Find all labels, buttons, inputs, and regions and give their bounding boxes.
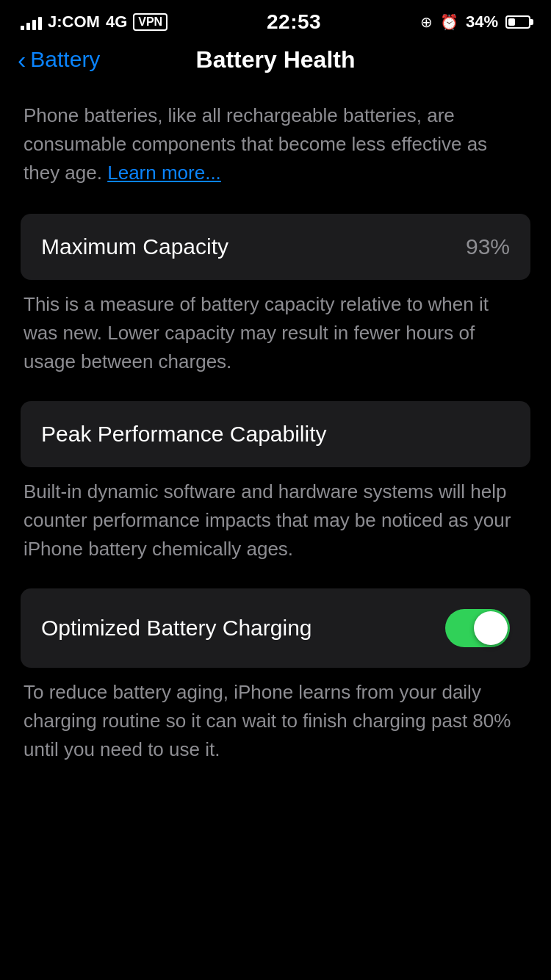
lock-icon: ⊕: [420, 13, 433, 31]
network-label: 4G: [106, 12, 127, 32]
peak-performance-row: Peak Performance Capability: [41, 422, 510, 447]
optimized-charging-description: To reduce battery aging, iPhone learns f…: [21, 678, 530, 764]
max-capacity-label: Maximum Capacity: [41, 234, 228, 259]
optimized-charging-toggle[interactable]: [445, 609, 510, 647]
signal-bar-2: [26, 23, 30, 30]
status-left: J:COM 4G VPN: [21, 12, 168, 32]
alarm-icon: ⏰: [440, 13, 458, 31]
signal-bar-3: [32, 20, 36, 30]
battery-body: [505, 15, 530, 29]
peak-performance-description: Built-in dynamic software and hardware s…: [21, 478, 530, 563]
learn-more-link[interactable]: Learn more...: [107, 162, 221, 184]
max-capacity-value: 93%: [466, 234, 510, 259]
status-bar: J:COM 4G VPN 22:53 ⊕ ⏰ 34%: [0, 0, 551, 40]
battery-percent-label: 34%: [466, 12, 498, 32]
peak-performance-label: Peak Performance Capability: [41, 422, 327, 447]
carrier-label: J:COM: [48, 12, 100, 32]
intro-paragraph: Phone batteries, like all rechargeable b…: [21, 101, 530, 187]
signal-bar-1: [21, 26, 24, 30]
status-right: ⊕ ⏰ 34%: [420, 12, 530, 32]
optimized-charging-label: Optimized Battery Charging: [41, 616, 312, 641]
optimized-charging-row: Optimized Battery Charging: [41, 609, 510, 647]
vpn-badge: VPN: [133, 13, 168, 31]
nav-header: ‹ Battery Battery Health: [0, 40, 551, 87]
max-capacity-description: This is a measure of battery capacity re…: [21, 290, 530, 376]
toggle-thumb: [474, 611, 508, 645]
time-label: 22:53: [267, 10, 321, 34]
intro-text: Phone batteries, like all rechargeable b…: [24, 104, 487, 184]
page-title: Battery Health: [196, 46, 356, 73]
signal-bar-4: [38, 17, 42, 30]
battery-fill: [508, 18, 515, 26]
main-content: Phone batteries, like all rechargeable b…: [0, 87, 551, 793]
peak-performance-card: Peak Performance Capability: [21, 401, 530, 467]
optimized-charging-card: Optimized Battery Charging: [21, 588, 530, 668]
back-chevron-icon: ‹: [18, 47, 26, 72]
max-capacity-row: Maximum Capacity 93%: [41, 234, 510, 259]
back-button[interactable]: ‹ Battery: [18, 47, 100, 72]
signal-bars-icon: [21, 14, 42, 30]
back-label: Battery: [30, 47, 100, 72]
max-capacity-card: Maximum Capacity 93%: [21, 214, 530, 280]
battery-icon: [505, 15, 530, 29]
